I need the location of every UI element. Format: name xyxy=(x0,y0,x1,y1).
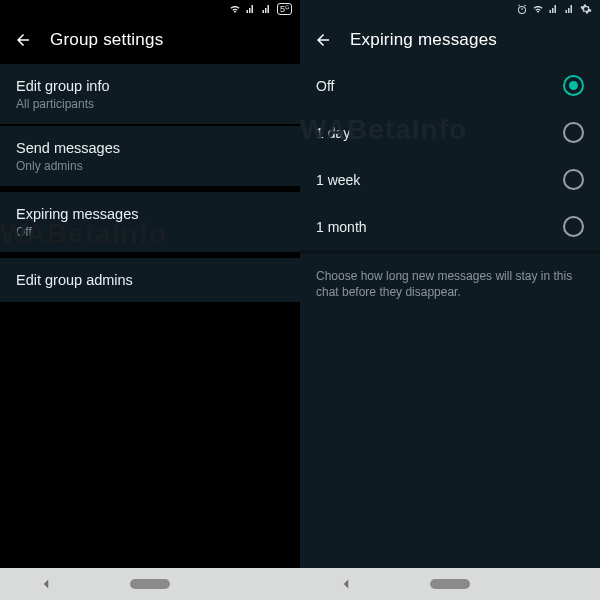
nav-back-icon[interactable] xyxy=(337,575,355,593)
option-1-day[interactable]: 1 day xyxy=(300,109,600,156)
wifi-icon xyxy=(229,3,241,15)
setting-expiring-messages[interactable]: Expiring messages Off xyxy=(0,192,300,252)
nav-home-pill[interactable] xyxy=(130,579,170,589)
option-label: Off xyxy=(316,78,334,94)
option-1-month[interactable]: 1 month xyxy=(300,203,600,250)
option-label: 1 month xyxy=(316,219,367,235)
arrow-left-icon xyxy=(314,31,332,49)
content-area: WABetaInfo Edit group info All participa… xyxy=(0,62,300,568)
settings-icon xyxy=(580,3,592,15)
setting-label: Send messages xyxy=(16,139,284,157)
signal-icon xyxy=(564,3,576,15)
setting-label: Expiring messages xyxy=(16,205,284,223)
status-bar: 5ᴳ xyxy=(0,0,300,18)
back-button[interactable] xyxy=(314,31,332,49)
alarm-icon xyxy=(516,3,528,15)
arrow-left-icon xyxy=(14,31,32,49)
5g-badge: 5ᴳ xyxy=(277,3,292,15)
option-label: 1 week xyxy=(316,172,360,188)
back-button[interactable] xyxy=(14,31,32,49)
setting-edit-group-admins[interactable]: Edit group admins xyxy=(0,258,300,302)
setting-value: All participants xyxy=(16,97,284,111)
signal-icon xyxy=(261,3,273,15)
pane-expiring-messages: Expiring messages WABetaInfo Off 1 day 1… xyxy=(300,0,600,600)
signal-icon xyxy=(548,3,560,15)
setting-label: Edit group admins xyxy=(16,271,284,289)
wifi-icon xyxy=(532,3,544,15)
android-nav-bar xyxy=(0,568,300,600)
signal-icon xyxy=(245,3,257,15)
page-title: Group settings xyxy=(50,30,163,50)
nav-back-icon[interactable] xyxy=(37,575,55,593)
option-1-week[interactable]: 1 week xyxy=(300,156,600,203)
footer-help-text: Choose how long new messages will stay i… xyxy=(300,254,600,300)
setting-label: Edit group info xyxy=(16,77,284,95)
app-bar: Group settings xyxy=(0,18,300,62)
setting-value: Off xyxy=(16,225,284,239)
android-nav-bar xyxy=(300,568,600,600)
option-label: 1 day xyxy=(316,125,350,141)
radio-button[interactable] xyxy=(563,169,584,190)
app-bar: Expiring messages xyxy=(300,18,600,62)
setting-value: Only admins xyxy=(16,159,284,173)
radio-button[interactable] xyxy=(563,122,584,143)
page-title: Expiring messages xyxy=(350,30,497,50)
nav-home-pill[interactable] xyxy=(430,579,470,589)
pane-group-settings: 5ᴳ Group settings WABetaInfo Edit group … xyxy=(0,0,300,600)
content-area: WABetaInfo Off 1 day 1 week 1 month Choo… xyxy=(300,62,600,568)
setting-edit-group-info[interactable]: Edit group info All participants xyxy=(0,64,300,124)
option-off[interactable]: Off xyxy=(300,62,600,109)
radio-button[interactable] xyxy=(563,75,584,96)
status-bar xyxy=(300,0,600,18)
radio-button[interactable] xyxy=(563,216,584,237)
setting-send-messages[interactable]: Send messages Only admins xyxy=(0,126,300,186)
